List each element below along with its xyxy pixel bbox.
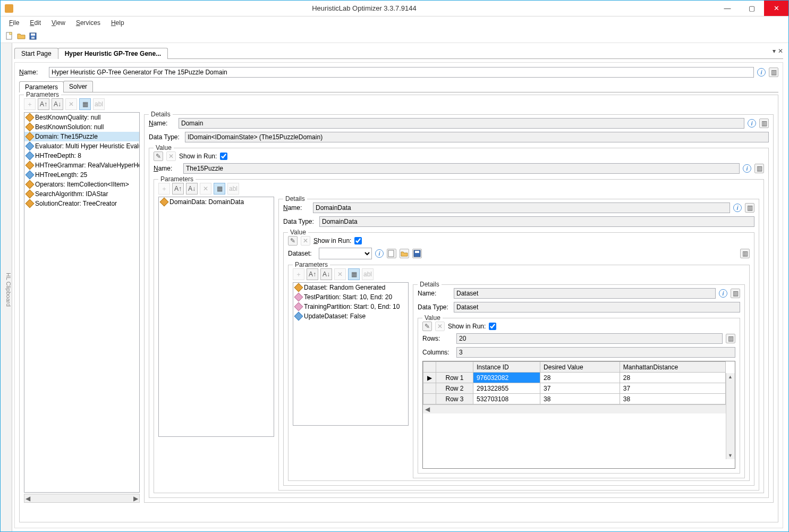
sort-desc-button[interactable]: A↓ [52,98,63,110]
menu-help[interactable]: Help [107,18,129,28]
app-icon [5,4,13,13]
param-dataset-generated[interactable]: Dataset: Random Generated [293,283,408,292]
ds-name-input[interactable] [454,288,716,299]
param-hhtreegrammar[interactable]: HHTreeGrammar: RealValueHyperHeuristicGr… [24,161,139,170]
new-dataset-button[interactable] [387,249,396,258]
inner-param-list[interactable]: DomainData: DomainData [158,197,274,437]
param-bestknownquality[interactable]: BestKnownQuality: null [24,113,139,122]
show-details-button[interactable]: ▦ [79,98,91,110]
dd-name-input[interactable] [313,202,730,213]
info-icon[interactable]: i [748,119,756,128]
viewhost-icon[interactable]: ▥ [745,203,754,213]
clipboard-panel-tab[interactable]: HL Clipboard [1,43,12,531]
open-folder-icon[interactable] [16,31,26,41]
tab-start-page[interactable]: Start Page [14,48,58,59]
new-file-icon[interactable] [5,31,14,41]
clear-value-button[interactable]: ✕ [301,236,310,246]
clear-value-button[interactable]: ✕ [166,151,176,161]
menu-edit[interactable]: Edit [26,18,45,28]
dd-name-label: Name: [283,204,310,212]
details-legend-3: Details [418,281,442,288]
info-icon[interactable]: i [375,249,384,258]
show-hidden-button[interactable]: abl [227,183,239,195]
show-details-button[interactable]: ▦ [214,183,225,195]
ds-name-label: Name: [418,290,451,297]
tab-hyper-heuristic[interactable]: Hyper Heuristic GP-Tree Gene... [58,48,168,59]
sort-desc-button[interactable]: A↓ [186,183,198,195]
col-desiredvalue[interactable]: Desired Value [540,362,620,373]
add-button[interactable]: ＋ [293,268,304,280]
edit-value-button[interactable]: ✎ [422,322,432,331]
dataset-param-list[interactable]: Dataset: Random Generated TestPartition:… [293,282,409,426]
info-icon[interactable]: i [743,164,751,173]
viewhost-icon[interactable]: ▥ [754,164,764,173]
param-list-hscrollbar[interactable]: ◀▶ [24,494,140,503]
menu-services[interactable]: Services [72,18,105,28]
viewhost-icon[interactable]: ▥ [731,289,740,298]
tab-dropdown-icon[interactable]: ▾ [773,47,776,55]
table-row[interactable]: Row 3 532703108 38 38 [423,394,726,404]
close-button[interactable]: ✕ [764,1,788,16]
sort-asc-button[interactable]: A↑ [307,268,318,280]
param-hhtreedepth[interactable]: HHTreeDepth: 8 [24,151,139,161]
maximize-button[interactable]: ▢ [740,1,764,16]
subtab-solver[interactable]: Solver [63,81,93,92]
menu-file[interactable]: File [5,18,23,28]
add-param-button[interactable]: ＋ [24,98,36,110]
dataset-combo[interactable] [319,248,372,259]
col-manhattan[interactable]: ManhattanDistance [620,362,725,373]
show-in-run-checkbox[interactable] [354,237,362,244]
col-instanceid[interactable]: Instance ID [473,362,540,373]
col-rowhdr[interactable] [436,362,473,373]
param-hhtreelength[interactable]: HHTreeLength: 25 [24,170,139,180]
param-testpartition[interactable]: TestPartition: Start: 10, End: 20 [293,292,408,302]
viewhost-icon[interactable]: ▥ [759,119,769,128]
save-dataset-button[interactable] [412,249,422,258]
param-solutioncreator[interactable]: SolutionCreator: TreeCreator [24,199,139,208]
viewhost-icon[interactable]: ▥ [769,67,778,77]
param-bestknownsolution[interactable]: BestKnownSolution: null [24,122,139,132]
sort-asc-button[interactable]: A↑ [172,183,184,195]
viewhost-icon[interactable]: ▥ [740,249,750,258]
info-icon[interactable]: i [757,68,766,77]
dataset-table[interactable]: Instance ID Desired Value ManhattanDista… [422,361,735,469]
table-row[interactable]: ▶ Row 1 976032082 28 28 [423,373,726,383]
show-hidden-button[interactable]: abl [362,268,374,280]
param-trainingpartition[interactable]: TrainingPartition: Start: 0, End: 10 [293,302,408,311]
table-row[interactable]: Row 2 291322855 37 37 [423,383,726,394]
open-dataset-button[interactable] [400,249,409,258]
sort-desc-button[interactable]: A↓ [320,268,332,280]
parameters-list[interactable]: BestKnownQuality: null BestKnownSolution… [24,112,140,493]
sort-asc-button[interactable]: A↑ [38,98,49,110]
value-name-input[interactable] [183,163,740,174]
edit-value-button[interactable]: ✎ [288,236,298,246]
name-input[interactable] [49,67,754,78]
show-in-run-checkbox[interactable] [489,323,496,330]
info-icon[interactable]: i [719,289,727,298]
delete-param-button[interactable]: ✕ [65,98,77,110]
col-marker[interactable] [423,362,436,373]
show-hidden-button[interactable]: abl [93,98,105,110]
minimize-button[interactable]: — [715,1,740,16]
viewhost-icon[interactable]: ▥ [726,334,735,343]
edit-value-button[interactable]: ✎ [154,151,163,161]
param-searchalgorithm[interactable]: SearchAlgorithm: IDAStar [24,189,139,199]
details-name-input[interactable] [179,118,744,129]
param-updatedataset[interactable]: UpdateDataset: False [293,311,408,321]
show-details-button[interactable]: ▦ [348,268,360,280]
delete-button[interactable]: ✕ [200,183,211,195]
delete-button[interactable]: ✕ [334,268,346,280]
table-hscrollbar[interactable]: ◀▶ [423,404,735,413]
info-icon[interactable]: i [733,204,742,212]
param-evaluator[interactable]: Evaluator: Multi Hyper Heuristic Evaluat… [24,141,139,151]
param-domaindata[interactable]: DomainData: DomainData [159,197,274,207]
add-button[interactable]: ＋ [158,183,170,195]
table-vscrollbar[interactable] [726,373,735,459]
save-icon[interactable] [28,31,38,41]
show-in-run-checkbox[interactable] [220,153,227,160]
param-domain[interactable]: Domain: The15Puzzle [24,132,139,141]
param-operators[interactable]: Operators: ItemCollection<IItem> [24,180,139,189]
clear-value-button[interactable]: ✕ [435,322,445,331]
menu-view[interactable]: View [47,18,70,28]
tab-close-icon[interactable]: ✕ [778,47,783,55]
